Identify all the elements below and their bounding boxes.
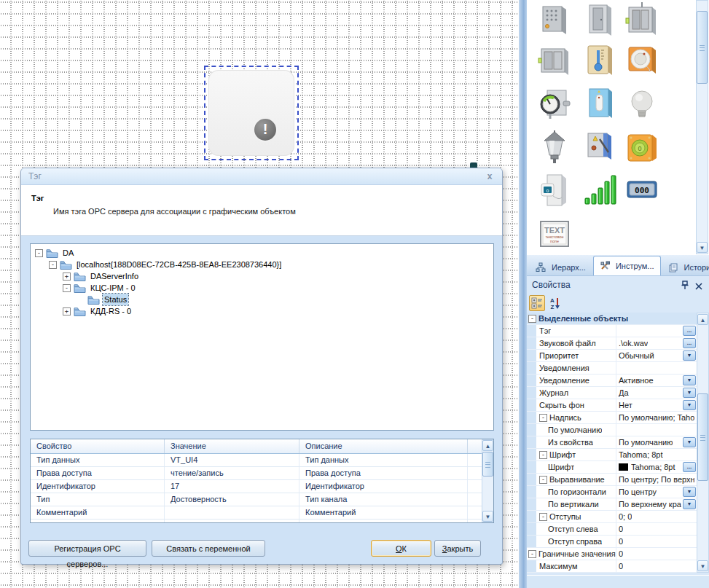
property-value[interactable]: Tahoma; 8pt <box>616 449 697 460</box>
table-row[interactable]: Права доступачтение/записьПрава доступа <box>31 467 493 480</box>
tree-item[interactable]: +DAServerInfo <box>31 270 493 282</box>
property-row[interactable]: Максимум0 <box>527 560 697 573</box>
toolbox-icon-switch-box[interactable] <box>582 129 617 164</box>
table-row[interactable]: Тип данныхVT_UI4Тип данных <box>31 454 493 467</box>
tree-expand-minus-icon[interactable]: - <box>35 249 43 257</box>
toolbox-icon-emergency-button[interactable]: 0 <box>624 129 659 164</box>
panel-splitter[interactable] <box>519 0 527 588</box>
toolbox-icon-valve-gauge[interactable] <box>537 86 572 121</box>
toolbox-icon-cabinet[interactable] <box>537 43 572 78</box>
toolbox-icon-lantern[interactable] <box>537 129 572 164</box>
toolbox-icon-hoist[interactable] <box>624 2 659 37</box>
property-row[interactable]: -НадписьПо умолчанию; Taho <box>527 412 697 424</box>
property-row[interactable]: По вертикалиПо верхнему кра▼ <box>527 498 697 511</box>
property-row[interactable]: -ВыравниваниеПо центру; По верхн <box>527 474 697 486</box>
dropdown-button[interactable]: ▼ <box>683 350 696 361</box>
close-button[interactable]: Закрыть <box>434 540 481 557</box>
property-row[interactable]: -Граничные значения0 <box>527 548 697 560</box>
toolbox-scrollbar[interactable]: ▼ <box>696 0 708 254</box>
table-row[interactable]: КомментарийКомментарий <box>31 506 493 520</box>
tree-item[interactable]: Status <box>31 294 493 305</box>
table-row[interactable]: Идентификатор17Идентификатор <box>31 480 493 493</box>
property-row[interactable]: -ШрифтTahoma; 8pt <box>527 449 697 461</box>
collapse-icon[interactable]: - <box>528 550 536 558</box>
property-value[interactable]: ... <box>616 325 697 337</box>
categorized-view-button[interactable] <box>529 295 545 311</box>
toolbox-icon-control-panel[interactable] <box>537 2 572 37</box>
property-row[interactable]: Скрыть фонНет▼ <box>527 399 697 412</box>
collapse-icon[interactable]: - <box>539 476 547 484</box>
dropdown-button[interactable]: ▼ <box>683 388 696 398</box>
tree-expand-plus-icon[interactable]: + <box>63 307 71 315</box>
toolbox-icon-bulb[interactable] <box>624 86 659 121</box>
property-value[interactable]: Да▼ <box>616 387 697 399</box>
property-value[interactable] <box>616 424 697 436</box>
property-value[interactable]: Нет▼ <box>616 399 697 411</box>
toolbox-icon-text-field[interactable]: TEXTтекстовоеполе <box>537 216 572 251</box>
property-value[interactable]: По умолчанию; Taho <box>616 412 697 423</box>
toolbox-icon-counter-display[interactable]: 000 <box>624 172 659 207</box>
property-row[interactable]: Уведомления <box>527 362 697 375</box>
dropdown-button[interactable]: ▼ <box>683 499 696 509</box>
property-value[interactable]: 0 <box>616 548 697 560</box>
property-value[interactable]: 0 <box>616 560 697 572</box>
opc-tag-tree[interactable]: -DA-[localhost{188D08EC-72CB-425B-8EA8-E… <box>30 243 494 431</box>
tree-item-label[interactable]: Status <box>103 294 128 305</box>
bind-variable-button[interactable]: Связать с переменной <box>152 540 265 557</box>
signal-bars-object[interactable] <box>208 70 294 156</box>
tree-item[interactable]: +КДД-RS - 0 <box>31 305 493 317</box>
property-value[interactable]: .\ok.wav... <box>616 337 697 349</box>
property-value[interactable]: По центру; По верхн <box>616 474 697 485</box>
tree-item-label[interactable]: DA <box>61 247 75 259</box>
toolbox-icon-camera-device[interactable]: o <box>537 172 572 207</box>
property-value[interactable]: По умолчанию▼ <box>616 436 697 448</box>
property-group-row[interactable]: -Выделенные объекты <box>527 313 697 325</box>
property-row[interactable]: По горизонталиПо центру▼ <box>527 486 697 498</box>
property-row[interactable]: ЖурналДа▼ <box>527 387 697 399</box>
toolbox-icon-blue-device[interactable] <box>582 86 617 121</box>
tree-item[interactable]: -[localhost{188D08EC-72CB-425B-8EA8-EE23… <box>31 259 493 270</box>
browse-button[interactable]: ... <box>683 326 696 336</box>
tree-expand-plus-icon[interactable]: + <box>63 273 71 281</box>
tree-expand-minus-icon[interactable]: - <box>63 284 71 292</box>
pin-icon[interactable] <box>680 280 690 290</box>
property-row[interactable]: ШрифтTahoma; 8pt... <box>527 461 697 474</box>
toolbox-icon-door[interactable] <box>582 2 617 37</box>
property-value[interactable]: Tahoma; 8pt... <box>616 461 697 473</box>
tree-item-label[interactable]: DAServerInfo <box>89 270 140 282</box>
tree-item[interactable]: -КЦС-IPM - 0 <box>31 282 493 294</box>
property-value[interactable]: 0 <box>616 536 697 547</box>
toolbox-icon-thermometer-panel[interactable] <box>582 43 617 78</box>
tree-item[interactable]: -DA <box>31 247 493 259</box>
dropdown-button[interactable]: ▼ <box>683 400 696 410</box>
property-value[interactable] <box>616 362 697 374</box>
collapse-icon[interactable]: - <box>539 414 547 422</box>
property-row[interactable]: Отступ справа0 <box>527 536 697 548</box>
toolbox-icon-signal-bars[interactable] <box>582 172 617 207</box>
property-value[interactable]: 0 <box>616 523 697 535</box>
property-row[interactable]: Тэг... <box>527 325 697 337</box>
tab-hierarchy[interactable]: Иерарх... <box>529 258 592 275</box>
collapse-icon[interactable]: - <box>528 315 536 323</box>
register-opc-servers-button[interactable]: Регистрация OPC серверов... <box>28 540 146 557</box>
property-value[interactable]: 0; 0 <box>616 511 697 522</box>
property-value[interactable]: Активное▼ <box>616 375 697 386</box>
property-row[interactable]: -Отступы0; 0 <box>527 511 697 523</box>
tree-expand-minus-icon[interactable]: - <box>49 261 57 269</box>
toolbox-icon-smoke-detector[interactable] <box>624 43 659 78</box>
property-row[interactable]: По умолчанию <box>527 424 697 436</box>
property-value[interactable]: По верхнему кра▼ <box>616 498 697 510</box>
dropdown-button[interactable]: ▼ <box>683 487 696 497</box>
browse-button[interactable]: ... <box>683 462 696 472</box>
browse-button[interactable]: ... <box>683 338 696 348</box>
table-scrollbar[interactable]: ▲ ▼ <box>482 439 494 522</box>
property-value[interactable]: Обычный▼ <box>616 350 697 361</box>
tree-item-label[interactable]: КЦС-IPM - 0 <box>89 282 137 294</box>
property-row[interactable]: Отступ слева0 <box>527 523 697 536</box>
property-row[interactable]: ПриоритетОбычный▼ <box>527 350 697 362</box>
dropdown-button[interactable]: ▼ <box>683 375 696 385</box>
close-panel-icon[interactable] <box>694 280 704 290</box>
alphabetical-sort-button[interactable]: АZ <box>547 295 563 311</box>
dropdown-button[interactable]: ▼ <box>683 437 696 447</box>
tab-history[interactable]: История <box>662 258 709 275</box>
